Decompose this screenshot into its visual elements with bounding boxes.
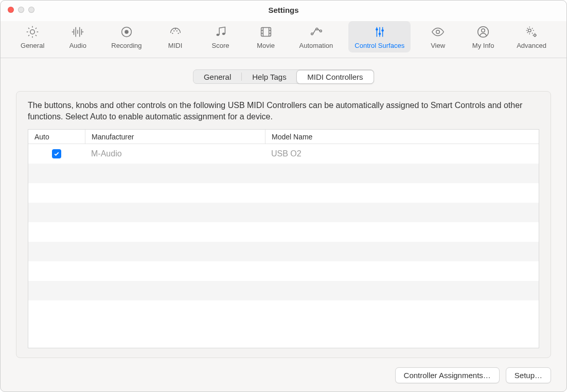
record-icon	[118, 23, 135, 41]
svg-point-11	[316, 28, 318, 30]
controllers-table: Auto Manufacturer Model Name M-Audio USB…	[28, 129, 539, 348]
table-row-empty	[28, 261, 539, 281]
notes-icon	[212, 23, 229, 41]
cell-manufacturer: M-Audio	[85, 149, 265, 158]
svg-point-0	[30, 30, 34, 34]
toolbar-label: Audio	[69, 42, 86, 49]
svg-point-20	[534, 34, 536, 37]
gear-icon	[24, 23, 41, 41]
footer-buttons: Controller Assignments… Setup…	[16, 358, 551, 383]
svg-point-4	[173, 30, 174, 31]
description-text: The buttons, knobs and other controls on…	[28, 100, 539, 122]
toolbar-label: View	[431, 42, 445, 49]
toolbar-label: Score	[212, 42, 229, 49]
toolbar-item-view[interactable]: View	[420, 21, 456, 52]
content-area: General Help Tags MIDI Controllers The b…	[1, 58, 566, 391]
toolbar-item-control-surfaces[interactable]: Control Surfaces	[348, 21, 411, 52]
svg-point-10	[311, 33, 313, 35]
titlebar: Settings	[1, 1, 566, 19]
toolbar-item-general[interactable]: General	[14, 21, 50, 52]
toolbar-item-score[interactable]: Score	[203, 21, 239, 52]
toolbar-item-automation[interactable]: Automation	[293, 21, 340, 52]
waveform-icon	[69, 23, 86, 41]
toolbar-label: MIDI	[168, 42, 182, 49]
toolbar-item-movie[interactable]: Movie	[248, 21, 284, 52]
tab-help-tags[interactable]: Help Tags	[242, 70, 296, 83]
settings-window: Settings General Audio Recording MIDI	[0, 0, 567, 392]
segmented-tabs: General Help Tags MIDI Controllers	[193, 69, 374, 84]
column-header-manufacturer[interactable]: Manufacturer	[85, 130, 265, 144]
table-row-empty	[28, 242, 539, 261]
toolbar-item-midi[interactable]: MIDI	[157, 21, 193, 52]
midi-icon	[167, 23, 184, 41]
minimize-button[interactable]	[18, 7, 24, 13]
film-icon	[257, 23, 275, 41]
svg-point-3	[172, 33, 173, 34]
table-header: Auto Manufacturer Model Name	[28, 130, 539, 144]
table-body: M-Audio USB O2	[28, 144, 539, 348]
svg-point-18	[482, 29, 485, 32]
person-icon	[474, 23, 492, 41]
controller-assignments-button[interactable]: Controller Assignments…	[395, 367, 500, 383]
svg-rect-9	[261, 28, 271, 37]
toolbar-label: Recording	[111, 42, 141, 49]
tab-midi-controllers[interactable]: MIDI Controllers	[296, 70, 374, 84]
svg-point-6	[178, 33, 179, 34]
toolbar-label: Control Surfaces	[355, 42, 404, 49]
toolbar-label: Automation	[299, 42, 333, 49]
toolbar: General Audio Recording MIDI Score	[1, 19, 566, 58]
svg-point-15	[381, 29, 384, 32]
setup-button[interactable]: Setup…	[506, 367, 551, 383]
svg-point-8	[222, 33, 225, 35]
traffic-lights	[1, 7, 34, 13]
cell-auto	[28, 149, 85, 158]
table-row[interactable]: M-Audio USB O2	[28, 144, 539, 164]
gears-icon	[523, 23, 540, 41]
sliders-icon	[371, 23, 388, 41]
table-row-empty	[28, 183, 539, 203]
svg-point-7	[216, 33, 219, 35]
cell-model: USB O2	[265, 149, 539, 158]
tab-general[interactable]: General	[193, 70, 241, 83]
toolbar-item-audio[interactable]: Audio	[60, 21, 96, 52]
table-row-empty	[28, 164, 539, 183]
panel: The buttons, knobs and other controls on…	[16, 91, 551, 358]
toolbar-label: My Info	[472, 42, 494, 49]
eye-icon	[429, 23, 447, 41]
close-button[interactable]	[8, 7, 14, 13]
svg-point-14	[378, 33, 381, 35]
table-row-empty	[28, 203, 539, 222]
toolbar-item-advanced[interactable]: Advanced	[510, 21, 553, 52]
toolbar-label: Movie	[257, 42, 275, 49]
svg-point-2	[125, 30, 129, 34]
svg-point-13	[376, 28, 378, 31]
svg-point-16	[436, 30, 440, 34]
toolbar-item-recording[interactable]: Recording	[105, 21, 148, 52]
column-header-auto[interactable]: Auto	[28, 130, 85, 144]
svg-point-19	[528, 29, 531, 32]
auto-checkbox[interactable]	[52, 149, 61, 158]
column-header-model[interactable]: Model Name	[265, 130, 539, 144]
toolbar-label: General	[21, 42, 44, 49]
toolbar-label: Advanced	[517, 42, 546, 49]
svg-point-12	[320, 30, 322, 32]
table-row-empty	[28, 281, 539, 300]
automation-icon	[307, 23, 325, 41]
zoom-button[interactable]	[28, 7, 34, 13]
table-row-empty	[28, 222, 539, 242]
svg-point-5	[176, 30, 177, 31]
window-title: Settings	[1, 6, 566, 14]
toolbar-item-my-info[interactable]: My Info	[465, 21, 501, 52]
